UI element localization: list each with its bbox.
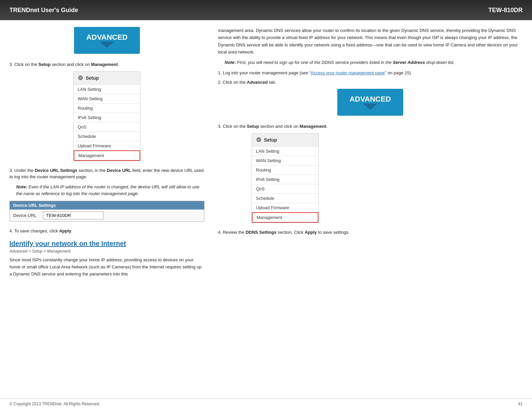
setup-menu-right: ⚙ Setup LAN Setting WAN Setting Routing … — [252, 133, 319, 223]
device-url-header: Device URL Settings — [10, 201, 204, 210]
step4-left-text: 4. To save changes, click Apply. — [9, 228, 204, 234]
setup-header-left: ⚙ Setup — [74, 72, 140, 84]
note-block-right: Note: First, you will need to sign up fo… — [225, 59, 523, 66]
menu-management-left[interactable]: Management — [74, 150, 140, 161]
menu-management-right[interactable]: Management — [252, 212, 318, 223]
menu-upload-left[interactable]: Upload Firmware — [74, 141, 140, 150]
advanced-badge-right: ADVANCED — [218, 89, 523, 118]
gear-icon-left: ⚙ — [78, 74, 83, 82]
advanced-badge-left: ADVANCED — [9, 27, 204, 56]
menu-schedule-left[interactable]: Schedule — [74, 132, 140, 141]
menu-qos-left[interactable]: QoS — [74, 122, 140, 132]
setup-menu-left: ⚙ Setup LAN Setting WAN Setting Routing … — [73, 71, 141, 161]
step3-right-text: 3. Click on the Setup section and click … — [218, 123, 523, 130]
step2-right: 2. Click on the Advanced tab. — [218, 79, 523, 86]
right-column: management area. Dynamic DNS services al… — [218, 27, 523, 281]
menu-lan-right[interactable]: LAN Setting — [252, 146, 318, 156]
setup-header-right: ⚙ Setup — [252, 134, 318, 146]
guide-title: TRENDnet User's Guide — [9, 7, 78, 14]
menu-lan-left[interactable]: LAN Setting — [74, 84, 140, 94]
step3b-text: 3. Under the Device URL Settings section… — [9, 167, 204, 180]
right-body-text: management area. Dynamic DNS services al… — [218, 27, 523, 56]
device-url-label: Device URL — [13, 213, 36, 218]
copyright-text: © Copyright 2013 TRENDnet. All Rights Re… — [9, 402, 100, 406]
menu-ipv6-right[interactable]: IPv6 Setting — [252, 175, 318, 184]
main-content: ADVANCED 3. Click on the Setup section a… — [0, 20, 532, 287]
device-url-box: Device URL Settings Device URL — [9, 201, 204, 222]
menu-routing-left[interactable]: Routing — [74, 103, 140, 113]
model-number: TEW-810DR — [488, 7, 523, 14]
management-page-link[interactable]: Access your router management page — [311, 70, 385, 75]
menu-upload-right[interactable]: Upload Firmware — [252, 203, 318, 212]
note-block-left: Note: Even if the LAN IP address of the … — [16, 184, 204, 198]
gear-icon-right: ⚙ — [256, 136, 261, 144]
menu-routing-right[interactable]: Routing — [252, 165, 318, 175]
left-column: ADVANCED 3. Click on the Setup section a… — [9, 27, 204, 281]
section-subheading: Advanced > Setup > Management — [9, 249, 204, 254]
section-heading: Identify your network on the Internet — [9, 240, 204, 248]
step4-right: 4. Review the DDNS Settings section. Cli… — [218, 229, 523, 236]
section-body: Since most ISPs constantly change your h… — [9, 256, 204, 278]
device-url-row: Device URL — [10, 210, 204, 221]
page-header: TRENDnet User's Guide TEW-810DR — [0, 0, 532, 20]
page-number: 41 — [518, 402, 523, 406]
advanced-label-left: ADVANCED — [74, 27, 140, 54]
menu-schedule-right[interactable]: Schedule — [252, 193, 318, 203]
page-footer: © Copyright 2013 TRENDnet. All Rights Re… — [0, 399, 532, 409]
menu-wan-left[interactable]: WAN Setting — [74, 94, 140, 103]
device-url-input[interactable] — [43, 212, 104, 219]
advanced-label-right: ADVANCED — [337, 89, 403, 116]
menu-ipv6-left[interactable]: IPv6 Setting — [74, 113, 140, 122]
step1-right: 1. Log into your router management page … — [218, 70, 523, 77]
menu-wan-right[interactable]: WAN Setting — [252, 156, 318, 165]
menu-qos-right[interactable]: QoS — [252, 184, 318, 193]
step3-left-text: 3. Click on the Setup section and click … — [9, 61, 204, 68]
